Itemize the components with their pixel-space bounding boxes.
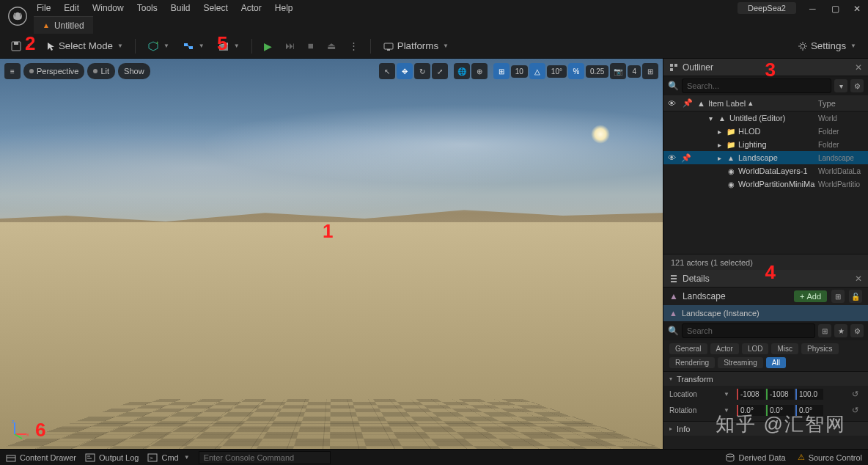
expand-icon[interactable]: ▾ xyxy=(706,114,715,122)
move-tool-icon[interactable]: ✥ xyxy=(397,63,413,79)
scale-snap-icon[interactable]: % xyxy=(568,63,584,79)
filter-streaming[interactable]: Streaming xyxy=(718,357,763,368)
mode-selector[interactable]: Select Mode ▼ xyxy=(41,37,128,54)
surface-snap-icon[interactable]: ⊕ xyxy=(471,63,488,79)
step-button[interactable]: ⏭ xyxy=(281,37,299,54)
close-button[interactable]: ✕ xyxy=(853,4,862,12)
viewport-options-button[interactable]: ≡ xyxy=(4,63,21,79)
minimize-button[interactable]: ─ xyxy=(809,4,818,12)
camera-speed-value[interactable]: 4 xyxy=(628,65,641,78)
menu-actor[interactable]: Actor xyxy=(241,3,262,13)
expand-icon[interactable]: ▸ xyxy=(715,141,724,149)
angle-snap-value[interactable]: 10° xyxy=(547,65,567,78)
add-component-button[interactable]: +Add xyxy=(794,290,827,302)
rotate-tool-icon[interactable]: ↻ xyxy=(414,63,430,79)
details-lock-button[interactable]: 🔓 xyxy=(849,290,862,303)
scale-tool-icon[interactable]: ⤢ xyxy=(432,63,448,79)
eject-button[interactable]: ⏏ xyxy=(323,37,340,54)
show-button[interactable]: Show xyxy=(118,63,150,79)
outliner-row-untitled-editor-[interactable]: ▾▲Untitled (Editor)World xyxy=(663,111,868,125)
pin-icon[interactable]: 📌 xyxy=(681,153,691,163)
tab-untitled[interactable]: ▲ Untitled xyxy=(34,16,93,34)
level-viewport[interactable]: ≡ Perspective Lit Show ↖ ✥ ↻ ⤢ 🌐 ⊕ ⊞ 10 … xyxy=(0,59,663,449)
viewport-layout-icon[interactable]: ⊞ xyxy=(642,63,658,79)
scale-snap-value[interactable]: 0.25 xyxy=(586,65,608,78)
world-local-toggle[interactable]: 🌐 xyxy=(454,63,470,79)
outliner-row-worlddatalayers-1[interactable]: ◉WorldDataLayers-1WorldDataLa xyxy=(663,164,868,177)
rotation-reset-button[interactable]: ↺ xyxy=(852,406,862,415)
pin-column-icon[interactable]: 📌 xyxy=(683,98,693,108)
cmd-button[interactable]: > Cmd▼ xyxy=(147,453,189,462)
blueprints-button[interactable]: ▼ xyxy=(178,37,209,55)
derived-data-button[interactable]: Derived Data xyxy=(726,453,785,462)
menu-tools[interactable]: Tools xyxy=(137,3,158,13)
outliner-row-lighting[interactable]: ▸📁LightingFolder xyxy=(663,138,868,151)
filter-all[interactable]: All xyxy=(766,357,786,368)
rotation-y-input[interactable]: 0.0° xyxy=(766,405,794,416)
location-z-input[interactable]: 100.0 xyxy=(795,389,823,400)
settings-button[interactable]: Settings ▼ xyxy=(793,37,861,54)
info-section[interactable]: ▸Info xyxy=(663,421,868,436)
console-command-input[interactable] xyxy=(199,451,331,464)
expand-icon[interactable]: ▸ xyxy=(715,154,724,162)
filter-misc[interactable]: Misc xyxy=(771,343,798,354)
location-reset-button[interactable]: ↺ xyxy=(852,389,862,399)
select-tool-icon[interactable]: ↖ xyxy=(379,63,395,79)
grid-snap-value[interactable]: 10 xyxy=(511,65,528,78)
source-control-button[interactable]: ⚠ Source Control xyxy=(798,453,862,462)
outliner-settings-button[interactable]: ⚙ xyxy=(850,79,864,92)
outliner-search-input[interactable] xyxy=(682,78,831,93)
content-drawer-button[interactable]: Content Drawer xyxy=(6,453,76,462)
details-browse-button[interactable]: ⊞ xyxy=(831,290,845,303)
visibility-column-icon[interactable]: 👁 xyxy=(668,99,678,108)
camera-speed-icon[interactable]: 📷 xyxy=(610,63,626,79)
filter-lod[interactable]: LOD xyxy=(742,343,769,354)
rotation-z-input[interactable]: 0.0° xyxy=(795,405,823,416)
location-dropdown[interactable]: ▼ xyxy=(724,391,734,398)
output-log-button[interactable]: Output Log xyxy=(85,453,139,462)
outliner-filter-button[interactable]: ▾ xyxy=(834,79,847,92)
location-y-input[interactable]: -1008 xyxy=(766,389,794,400)
component-row[interactable]: ▲ Landscape (Instance) xyxy=(663,305,868,321)
outliner-row-worldpartitionminimap[interactable]: ◉WorldPartitionMiniMapWorldPartitio xyxy=(663,177,868,191)
type-column[interactable]: Type xyxy=(818,99,864,108)
menu-help[interactable]: Help xyxy=(275,3,293,13)
filter-general[interactable]: General xyxy=(669,343,707,354)
rotation-x-input[interactable]: 0.0° xyxy=(737,405,765,416)
item-label-column[interactable]: ▲ Item Label ▴ xyxy=(697,98,814,108)
play-options-button[interactable]: ⋮ xyxy=(345,37,363,54)
lit-button[interactable]: Lit xyxy=(87,63,115,79)
maximize-button[interactable]: ▢ xyxy=(831,4,840,12)
menu-select[interactable]: Select xyxy=(203,3,227,13)
play-button[interactable]: ▶ xyxy=(260,37,276,55)
status-bar: Content Drawer Output Log > Cmd▼ Derived… xyxy=(0,449,868,465)
outliner-close-button[interactable]: ✕ xyxy=(855,62,862,73)
outliner-row-hlod[interactable]: ▸📁HLODFolder xyxy=(663,125,868,138)
filter-rendering[interactable]: Rendering xyxy=(669,357,715,368)
location-x-input[interactable]: -1008 xyxy=(737,389,765,400)
add-content-button[interactable]: + ▼ xyxy=(143,37,174,55)
outliner-row-landscape[interactable]: 👁📌▸▲LandscapeLandscape xyxy=(663,151,868,164)
angle-snap-icon[interactable]: △ xyxy=(529,63,545,79)
row-type: Landscape xyxy=(818,154,864,162)
rotation-dropdown[interactable]: ▼ xyxy=(724,407,734,414)
platforms-button[interactable]: Platforms ▼ xyxy=(378,37,453,54)
details-search-input[interactable] xyxy=(682,323,815,338)
stop-button[interactable]: ■ xyxy=(304,37,318,54)
annotation-6: 6 xyxy=(35,419,45,442)
grid-snap-icon[interactable]: ⊞ xyxy=(493,63,510,79)
visibility-icon[interactable]: 👁 xyxy=(668,153,678,162)
perspective-button[interactable]: Perspective xyxy=(23,63,84,79)
filter-actor[interactable]: Actor xyxy=(710,343,739,354)
menu-window[interactable]: Window xyxy=(92,3,124,13)
menu-edit[interactable]: Edit xyxy=(64,3,79,13)
expand-icon[interactable]: ▸ xyxy=(715,128,724,136)
details-close-button[interactable]: ✕ xyxy=(855,274,862,284)
menu-file[interactable]: File xyxy=(37,3,51,13)
transform-section[interactable]: ▾Transform xyxy=(663,371,868,386)
filter-physics[interactable]: Physics xyxy=(801,343,838,354)
details-view-button[interactable]: ⊞ xyxy=(818,324,831,337)
details-settings-button[interactable]: ⚙ xyxy=(850,324,864,337)
details-favorite-button[interactable]: ★ xyxy=(834,324,847,337)
menu-build[interactable]: Build xyxy=(171,3,191,13)
